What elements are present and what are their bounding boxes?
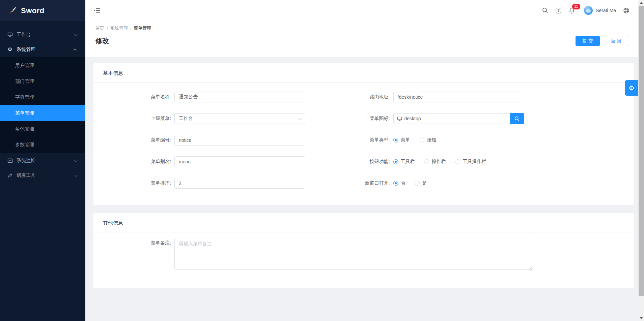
sidebar-item-dev-tools[interactable]: 研发工具 bbox=[0, 168, 85, 183]
question-glyph: ? bbox=[556, 8, 561, 13]
radio-icon bbox=[393, 181, 398, 186]
vertical-scrollbar bbox=[638, 0, 644, 321]
sidebar-item-workbench[interactable]: 工作台 bbox=[0, 27, 85, 42]
scrollbar-thumb[interactable] bbox=[639, 6, 644, 296]
button-func-label: 按钮功能: bbox=[364, 159, 393, 165]
radio-label: 按钮 bbox=[427, 137, 437, 143]
button-func-radio-group: 工具栏 操作栏 工具操作栏 bbox=[393, 159, 486, 165]
radio-label: 工具操作栏 bbox=[463, 159, 486, 165]
chevron-down-icon bbox=[74, 159, 78, 162]
user-name: Serati Ma bbox=[596, 8, 616, 13]
app-title: Sword bbox=[21, 6, 45, 15]
sidebar-subitem-dept-mgmt[interactable]: 部门管理 bbox=[0, 73, 85, 89]
parent-menu-select[interactable] bbox=[174, 113, 305, 124]
sidebar-subitem-dict-mgmt[interactable]: 字典管理 bbox=[0, 89, 85, 105]
menu-name-label: 菜单名称: bbox=[93, 94, 174, 100]
menu-alias-input[interactable] bbox=[174, 156, 305, 167]
page-content: 基本信息 菜单名称: 路由地址: 上级菜单: bbox=[85, 57, 638, 321]
radio-label: 否 bbox=[401, 180, 405, 186]
sidebar-nav: 工作台 ⚙ 系统管理 用户管理 部门管理 字典管理 菜单管理 角色管理 参数管理 bbox=[0, 21, 85, 183]
breadcrumb-system-mgmt[interactable]: 系统管理 bbox=[110, 25, 128, 31]
sword-icon bbox=[8, 6, 17, 15]
submit-button[interactable]: 提 交 bbox=[576, 36, 600, 46]
menu-name-input[interactable] bbox=[174, 92, 305, 102]
radio-label: 是 bbox=[422, 180, 427, 186]
other-info-form: 菜单备注: bbox=[93, 232, 634, 271]
breadcrumb-separator: / bbox=[107, 26, 108, 31]
user-menu[interactable]: Serati Ma bbox=[584, 6, 616, 15]
radio-label: 工具栏 bbox=[401, 159, 415, 165]
radio-icon bbox=[393, 138, 398, 142]
app-logo[interactable]: Sword bbox=[0, 0, 85, 21]
main-area: ? 11 Serati Ma bbox=[85, 0, 638, 321]
sidebar-collapse-button[interactable] bbox=[93, 7, 101, 14]
back-button[interactable]: 返 回 bbox=[604, 36, 628, 46]
chevron-down-icon bbox=[74, 173, 78, 177]
sidebar-item-label: 工作台 bbox=[17, 32, 31, 38]
sidebar-item-label: 系统管理 bbox=[17, 46, 35, 53]
route-path-input[interactable] bbox=[393, 92, 523, 102]
topbar-actions: ? 11 Serati Ma bbox=[542, 6, 629, 15]
menu-sort-label: 菜单排序: bbox=[93, 180, 174, 186]
desktop-icon bbox=[397, 116, 402, 121]
menu-icon-input[interactable]: desktop bbox=[393, 113, 510, 124]
new-window-radio-yes[interactable]: 是 bbox=[415, 180, 427, 186]
gear-icon: ⚙ bbox=[7, 47, 13, 53]
menu-icon-value: desktop bbox=[404, 116, 421, 121]
chevron-up-icon bbox=[73, 48, 77, 52]
wrench-icon bbox=[7, 173, 13, 179]
button-func-radio-toolbar[interactable]: 工具栏 bbox=[393, 159, 415, 165]
settings-float-button[interactable]: ⚙ bbox=[625, 80, 638, 96]
avatar bbox=[584, 6, 593, 15]
new-window-label: 新窗口打开: bbox=[364, 180, 393, 186]
globe-icon[interactable] bbox=[623, 7, 629, 14]
radio-icon bbox=[415, 181, 420, 186]
menu-icon-label: 菜单图标: bbox=[364, 116, 393, 122]
help-icon[interactable]: ? bbox=[555, 7, 562, 14]
radio-icon bbox=[424, 159, 429, 164]
monitor-icon bbox=[7, 32, 13, 38]
menu-type-radio-group: 菜单 按钮 bbox=[393, 137, 437, 143]
menu-code-input[interactable] bbox=[174, 135, 305, 146]
button-func-radio-tool-actionbar[interactable]: 工具操作栏 bbox=[455, 159, 486, 165]
sidebar-item-label: 研发工具 bbox=[17, 172, 35, 179]
notification-bell[interactable]: 11 bbox=[569, 7, 575, 14]
menu-alias-label: 菜单别名: bbox=[93, 159, 174, 165]
page-header: 首页 / 系统管理 / 菜单管理 修改 提 交 返 回 bbox=[85, 21, 638, 57]
parent-menu-label: 上级菜单: bbox=[93, 116, 174, 122]
menu-remark-textarea[interactable] bbox=[174, 238, 532, 270]
chart-icon bbox=[7, 158, 13, 164]
page-title: 修改 bbox=[95, 36, 109, 45]
sidebar-subitem-role-mgmt[interactable]: 角色管理 bbox=[0, 121, 85, 137]
menu-type-label: 菜单类型: bbox=[364, 137, 393, 143]
radio-icon bbox=[420, 138, 424, 142]
sidebar-subitem-menu-mgmt[interactable]: 菜单管理 bbox=[0, 105, 85, 121]
breadcrumb-home[interactable]: 首页 bbox=[95, 25, 104, 31]
menu-type-radio-button[interactable]: 按钮 bbox=[420, 137, 437, 143]
new-window-radio-group: 否 是 bbox=[393, 180, 427, 186]
sidebar-subitem-param-mgmt[interactable]: 参数管理 bbox=[0, 137, 85, 153]
icon-search-button[interactable] bbox=[510, 113, 524, 124]
sidebar-subitem-user-mgmt[interactable]: 用户管理 bbox=[0, 58, 85, 73]
other-info-card: 其他信息 菜单备注: bbox=[93, 213, 634, 288]
app-window: Sword 工作台 ⚙ 系统管理 用户管理 部门管理 字典管理 bbox=[0, 0, 644, 321]
basic-info-form: 菜单名称: 路由地址: 上级菜单: bbox=[93, 83, 634, 189]
menu-code-label: 菜单编号: bbox=[93, 137, 174, 143]
scrollbar-down-arrow[interactable] bbox=[638, 315, 644, 321]
radio-icon bbox=[455, 159, 460, 164]
search-icon[interactable] bbox=[542, 7, 548, 14]
menu-sort-input[interactable] bbox=[174, 178, 305, 189]
topbar: ? 11 Serati Ma bbox=[85, 0, 638, 21]
notification-badge: 11 bbox=[572, 3, 580, 10]
sidebar-item-system-monitor[interactable]: 系统监控 bbox=[0, 153, 85, 168]
section-title-other: 其他信息 bbox=[93, 213, 634, 232]
section-title-basic: 基本信息 bbox=[93, 63, 634, 83]
basic-info-card: 基本信息 菜单名称: 路由地址: 上级菜单: bbox=[93, 63, 634, 205]
sidebar-item-system-mgmt[interactable]: ⚙ 系统管理 bbox=[0, 42, 85, 57]
new-window-radio-no[interactable]: 否 bbox=[393, 180, 405, 186]
breadcrumb-separator: / bbox=[130, 26, 132, 31]
route-path-label: 路由地址: bbox=[364, 94, 393, 100]
menu-type-radio-menu[interactable]: 菜单 bbox=[393, 137, 410, 143]
button-func-radio-actionbar[interactable]: 操作栏 bbox=[424, 159, 446, 165]
scrollbar-up-arrow[interactable] bbox=[638, 0, 644, 6]
